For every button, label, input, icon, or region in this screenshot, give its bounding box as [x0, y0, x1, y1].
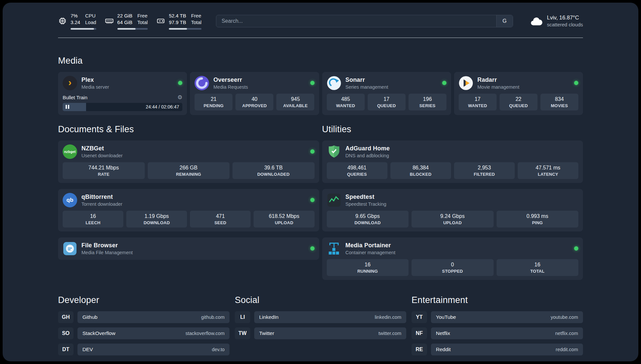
sonarr-titles: Sonarr Series management	[346, 76, 388, 90]
app-card-filebrowser[interactable]: File Browser Media File Management	[58, 237, 319, 260]
stat-value: 2,953	[455, 165, 513, 171]
stat-value: 834	[542, 96, 577, 102]
section-title-social: Social	[235, 295, 406, 305]
media-grid: › Plex Media server Bullet Train ⚙	[58, 72, 583, 115]
app-name: Plex	[81, 76, 109, 83]
stat-label: FILTERED	[455, 172, 513, 177]
disk-metric: 52.4 TB 97.9 TB Free Total	[156, 13, 201, 30]
stat-value: 471	[191, 213, 249, 219]
stat-value: 16	[498, 262, 577, 268]
app-name: NZBGet	[81, 145, 123, 152]
section-title-developer: Developer	[58, 295, 229, 305]
disk-label-2: Total	[191, 19, 201, 26]
app-name: File Browser	[81, 242, 133, 249]
bookmark-url: netflix.com	[555, 331, 578, 336]
section-title-utilities: Utilities	[322, 124, 583, 135]
stat-ping: 0.993 ms PING	[497, 211, 579, 228]
stat-value: 0.993 ms	[498, 213, 577, 219]
app-card-speedtest[interactable]: Speedtest Speedtest Tracking 9.65 Gbps D…	[322, 189, 583, 231]
stat-label: DOWNLOAD	[128, 220, 186, 225]
pause-icon[interactable]	[66, 105, 69, 109]
stat-label: MOVIES	[542, 103, 577, 108]
bookmark-url: dev.to	[212, 347, 225, 352]
bookmark-name: LinkedIn	[259, 314, 279, 320]
app-card-overseerr[interactable]: Overseerr Media Requests 21 PENDING 40 A…	[190, 72, 319, 115]
stat-remaining: 266 GB REMAINING	[148, 162, 230, 179]
stat-value: 40	[237, 96, 272, 102]
stat-label: TOTAL	[498, 269, 577, 274]
app-card-qbittorrent[interactable]: qb qBittorrent Torrent downloader 16 LEE…	[58, 189, 319, 231]
app-name: qBittorrent	[81, 194, 122, 200]
stat-value: 945	[278, 96, 313, 102]
playback-progress-bar[interactable]: 24:44 / 02:06:47	[63, 103, 182, 111]
portainer-icon	[327, 241, 341, 256]
bookmark-name: Netflix	[436, 330, 450, 336]
bookmark-url: stackoverflow.com	[186, 331, 225, 336]
search-bar: G	[216, 15, 513, 27]
stat-label: RATE	[64, 172, 143, 177]
app-name: Sonarr	[346, 76, 388, 83]
bookmark-group-developer: Developer GH Github github.com SO StackO…	[58, 295, 229, 360]
app-card-sonarr[interactable]: Sonarr Series management 485 WANTED 17 Q…	[322, 72, 451, 115]
stat-upload: 618.52 Mbps UPLOAD	[254, 211, 314, 228]
ram-free-value: 22 GiB	[117, 13, 133, 19]
stat-value: 485	[328, 96, 363, 102]
sonarr-icon	[327, 76, 341, 90]
bookmark-url: youtube.com	[551, 315, 578, 320]
cpu-percent: 7%	[71, 13, 80, 19]
bookmark-abbr: RE	[412, 344, 427, 355]
stat-label: APPROVED	[237, 103, 272, 108]
disk-icon	[156, 16, 165, 25]
app-desc: Media File Management	[81, 250, 133, 255]
stat-label: QUERIES	[328, 172, 386, 177]
bookmark-netflix[interactable]: NF Netflix netflix.com	[412, 327, 583, 339]
stat-movies: 834 MOVIES	[540, 94, 578, 110]
status-dot	[310, 198, 315, 202]
disk-free-value: 52.4 TB	[169, 13, 186, 19]
app-card-radarr[interactable]: Radarr Movie management 17 WANTED 22 QUE…	[454, 72, 583, 115]
stat-total: 16 TOTAL	[497, 259, 579, 276]
app-card-adguard[interactable]: AdGuard Home DNS and adblocking 498,461 …	[322, 140, 583, 183]
bookmark-dev[interactable]: DT DEV dev.to	[58, 344, 229, 355]
app-desc: Movie management	[477, 84, 519, 90]
bookmark-github[interactable]: GH Github github.com	[58, 311, 229, 323]
search-input[interactable]	[216, 18, 496, 24]
bookmark-stackoverflow[interactable]: SO StackOverflow stackoverflow.com	[58, 327, 229, 339]
qbittorrent-titles: qBittorrent Torrent downloader	[81, 194, 122, 207]
stat-filtered: 2,953 FILTERED	[454, 162, 515, 179]
stat-value: 47.571 ms	[519, 165, 577, 171]
app-name: Media Portainer	[346, 242, 396, 249]
cpu-metric: 7% 3.24 CPU Load	[58, 13, 96, 30]
ram-values: 22 GiB 64 GiB	[117, 13, 133, 26]
stat-value: 1.19 Gbps	[128, 213, 186, 219]
app-desc: Speedtest Tracking	[346, 201, 386, 207]
ram-label-2: Total	[137, 19, 148, 26]
stat-pending: 21 PENDING	[195, 94, 232, 110]
app-card-nzbget[interactable]: nzbget NZBGet Usenet downloader 744.21 M…	[58, 140, 319, 183]
stat-wanted: 485 WANTED	[327, 94, 365, 110]
cpu-labels: CPU Load	[85, 13, 96, 26]
stat-approved: 40 APPROVED	[235, 94, 273, 110]
stat-stopped: 0 STOPPED	[412, 259, 494, 276]
stat-rate: 744.21 Mbps RATE	[63, 162, 145, 179]
status-dot	[310, 149, 315, 154]
ram-icon	[105, 16, 114, 25]
stat-value: 86,384	[392, 165, 450, 171]
search-engine-button[interactable]: G	[496, 15, 513, 27]
stat-value: 17	[369, 96, 404, 102]
bookmark-twitter[interactable]: TW Twitter twitter.com	[235, 327, 406, 339]
ram-label-1: Free	[137, 13, 148, 19]
bookmark-linkedin[interactable]: LI LinkedIn linkedin.com	[235, 311, 406, 323]
app-card-portainer[interactable]: Media Portainer Container management 16 …	[322, 237, 583, 280]
stat-label: DOWNLOADED	[234, 172, 313, 177]
stat-value: 17	[460, 96, 495, 102]
bookmark-name: YouTube	[436, 314, 456, 320]
bookmark-reddit[interactable]: RE Reddit reddit.com	[412, 344, 583, 355]
ram-progress-bar	[117, 28, 148, 30]
app-card-plex[interactable]: › Plex Media server Bullet Train ⚙	[58, 72, 187, 115]
bookmark-youtube[interactable]: YT YouTube youtube.com	[412, 311, 583, 323]
disk-label-1: Free	[191, 13, 201, 19]
gear-icon[interactable]: ⚙	[177, 95, 182, 100]
stat-label: LATENCY	[519, 172, 577, 177]
filebrowser-titles: File Browser Media File Management	[81, 242, 133, 255]
